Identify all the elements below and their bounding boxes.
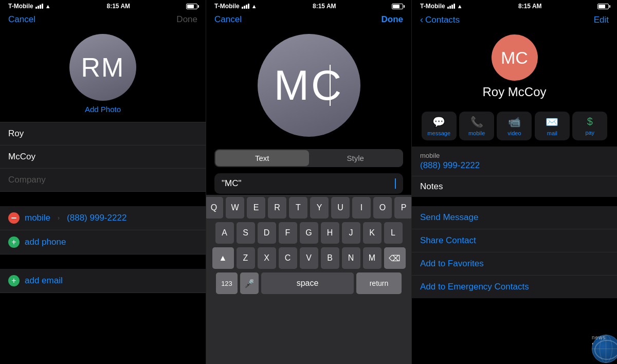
signal-bars-2: [242, 4, 249, 9]
add-emergency-row[interactable]: Add to Emergency Contacts: [412, 276, 617, 298]
key-d[interactable]: D: [258, 222, 276, 244]
key-g[interactable]: G: [300, 222, 318, 244]
key-j[interactable]: J: [342, 222, 360, 244]
pay-label: pay: [585, 130, 594, 136]
contact-name: Roy McCoy: [482, 85, 546, 99]
battery-icon-2: [392, 4, 403, 9]
message-icon: 💬: [432, 116, 445, 128]
shift-key[interactable]: ▲: [212, 247, 234, 269]
pay-action-button[interactable]: $ pay: [572, 112, 607, 140]
key-m[interactable]: M: [363, 247, 382, 269]
backspace-key[interactable]: ⌫: [384, 247, 406, 269]
key-t[interactable]: T: [289, 197, 307, 219]
add-email-button[interactable]: [8, 275, 20, 286]
mail-action-button[interactable]: ✉️ mail: [535, 112, 570, 140]
key-k[interactable]: K: [363, 222, 382, 244]
keyboard-row-3: ▲ Z X C V B N M ⌫: [208, 247, 409, 269]
phone-number-field[interactable]: (888) 999-2222: [67, 213, 126, 223]
phone-number-value[interactable]: (888) 999-2222: [420, 160, 609, 171]
add-phone-row[interactable]: add phone: [0, 230, 206, 254]
phone-label[interactable]: mobile: [25, 213, 50, 223]
mobile-action-button[interactable]: 📞 mobile: [459, 112, 494, 140]
numbers-key[interactable]: 123: [216, 272, 238, 294]
add-email-label: add email: [25, 276, 63, 286]
key-r[interactable]: R: [268, 197, 286, 219]
segment-text-tab[interactable]: Text: [215, 150, 309, 166]
key-v[interactable]: V: [300, 247, 318, 269]
keyboard-row-1: Q W E R T Y U I O P: [208, 197, 409, 219]
key-y[interactable]: Y: [310, 197, 329, 219]
key-n[interactable]: N: [342, 247, 360, 269]
status-bar-2: T-Mobile ▲ 8:15 AM: [206, 0, 411, 11]
key-z[interactable]: Z: [237, 247, 255, 269]
key-u[interactable]: U: [331, 197, 350, 219]
avatar-circle-lg: MC: [258, 34, 360, 137]
done-button-1[interactable]: Done: [176, 14, 197, 25]
back-label: Contacts: [425, 15, 460, 25]
text-cursor: [330, 65, 331, 106]
segment-style-tab[interactable]: Style: [309, 150, 403, 166]
video-label: video: [507, 130, 521, 136]
key-l[interactable]: L: [384, 222, 403, 244]
watermark-globe-icon: [592, 335, 617, 363]
key-s[interactable]: S: [237, 222, 255, 244]
avatar-mc-initials: MC: [501, 48, 528, 68]
return-key[interactable]: return: [356, 272, 402, 294]
video-icon: 📹: [508, 116, 521, 128]
cancel-button-2[interactable]: Cancel: [214, 14, 242, 25]
phone-section: mobile (888) 999-2222 Notes: [412, 147, 617, 197]
microphone-key[interactable]: 🎤: [240, 272, 259, 294]
action-bar: 💬 message 📞 mobile 📹 video ✉️ mail $ pay: [412, 107, 617, 147]
signal-bars-3: [447, 4, 455, 9]
phone-detail-row[interactable]: mobile (888) 999-2222: [412, 147, 617, 176]
keyboard: Q W E R T Y U I O P A S D F G H J K L ▲ …: [206, 195, 411, 364]
phone-icon: 📞: [470, 116, 483, 128]
key-i[interactable]: I: [352, 197, 371, 219]
company-field[interactable]: Company: [0, 169, 206, 192]
key-p[interactable]: P: [394, 197, 411, 219]
add-email-row[interactable]: add email: [0, 269, 206, 293]
add-favorites-row[interactable]: Add to Favorites: [412, 252, 617, 276]
space-key[interactable]: space: [261, 272, 354, 294]
key-q[interactable]: Q: [206, 197, 223, 219]
key-o[interactable]: O: [373, 197, 392, 219]
key-e[interactable]: E: [247, 197, 265, 219]
message-action-button[interactable]: 💬 message: [422, 112, 457, 140]
key-c[interactable]: C: [279, 247, 297, 269]
edit-button[interactable]: Edit: [594, 15, 609, 25]
last-name-field[interactable]: McCoy: [0, 145, 206, 169]
panel-avatar-editor: T-Mobile ▲ 8:15 AM Cancel Done MC Tex: [206, 0, 411, 364]
remove-phone-button[interactable]: [8, 212, 20, 224]
time-2: 8:15 AM: [313, 3, 336, 10]
svg-point-1: [600, 335, 612, 363]
cancel-button-1[interactable]: Cancel: [8, 14, 35, 25]
initials-input-bar[interactable]: "MC": [214, 173, 403, 194]
avatar-editor-nav: Cancel Done: [206, 11, 411, 29]
field-spacer-2: [0, 254, 206, 269]
key-h[interactable]: H: [321, 222, 339, 244]
first-name-field[interactable]: Roy: [0, 122, 206, 145]
notes-row[interactable]: Notes: [412, 176, 617, 197]
notes-label: Notes: [420, 181, 609, 192]
key-x[interactable]: X: [258, 247, 276, 269]
signal-bars-1: [35, 4, 43, 9]
send-message-row[interactable]: Send Message: [412, 206, 617, 229]
key-w[interactable]: W: [226, 197, 244, 219]
status-bar-3: T-Mobile ▲ 8:15 AM: [412, 0, 617, 11]
field-spacer: [0, 192, 206, 206]
add-photo-button[interactable]: Add Photo: [85, 105, 121, 114]
p3-spacer: [412, 198, 617, 206]
key-f[interactable]: F: [279, 222, 297, 244]
wifi-icon-2: ▲: [251, 3, 257, 9]
done-button-2[interactable]: Done: [382, 14, 404, 25]
add-phone-button[interactable]: [8, 236, 20, 248]
video-action-button[interactable]: 📹 video: [497, 112, 532, 140]
back-button[interactable]: ‹ Contacts: [420, 14, 460, 25]
key-b[interactable]: B: [321, 247, 339, 269]
svg-point-0: [592, 335, 617, 363]
key-a[interactable]: A: [215, 222, 234, 244]
share-contact-row[interactable]: Share Contact: [412, 229, 617, 252]
panel-edit-contact: T-Mobile ▲ 8:15 AM Cancel Done RM Add Ph…: [0, 0, 206, 364]
avatar-circle-1[interactable]: RM: [69, 34, 136, 101]
avatar-section-2: MC: [206, 29, 411, 145]
